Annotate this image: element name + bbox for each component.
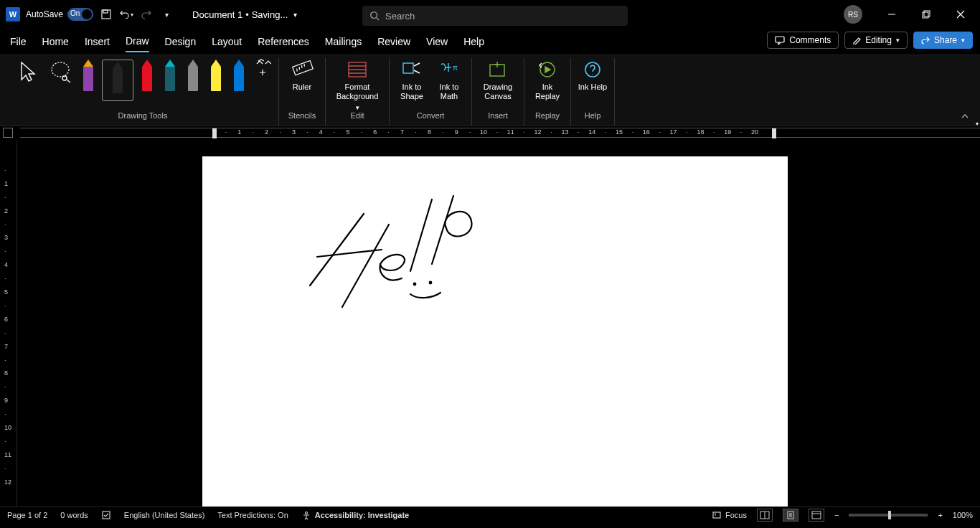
language-indicator[interactable]: English (United States) xyxy=(124,511,205,519)
read-mode-icon[interactable] xyxy=(757,509,773,522)
text-predictions[interactable]: Text Predictions: On xyxy=(217,511,288,519)
collapse-ribbon-icon[interactable] xyxy=(960,111,970,121)
editing-mode-button[interactable]: Editing▾ xyxy=(844,32,908,49)
autosave-label: AutoSave xyxy=(26,9,63,19)
focus-mode[interactable]: Focus xyxy=(712,510,747,520)
web-layout-icon[interactable] xyxy=(809,509,824,522)
svg-text:π: π xyxy=(453,64,458,72)
svg-rect-10 xyxy=(403,63,413,73)
ink-to-math-button[interactable]: π Ink to Math xyxy=(433,58,466,101)
vruler-tick: 5 xyxy=(4,288,8,296)
svg-point-14 xyxy=(585,62,600,77)
ruler-tick: 16 xyxy=(643,128,650,136)
page-indicator[interactable]: Page 1 of 2 xyxy=(7,511,47,519)
tab-references[interactable]: References xyxy=(258,32,309,52)
save-icon[interactable] xyxy=(99,7,113,22)
group-label-stencils: Stencils xyxy=(288,110,316,120)
ribbon: ▾ Drawing Tools Ruler Stencils Format Ba… xyxy=(0,55,980,126)
pen-orange-purple-highlighter[interactable] xyxy=(79,60,98,97)
minimize-button[interactable] xyxy=(875,0,908,29)
zoom-out-button[interactable]: − xyxy=(834,511,839,519)
ink-replay-button[interactable]: Ink Replay xyxy=(530,58,565,101)
redo-icon[interactable] xyxy=(139,7,154,22)
comments-button[interactable]: Comments xyxy=(767,32,839,49)
select-tool[interactable] xyxy=(13,58,42,105)
ink-help-button[interactable]: Ink Help xyxy=(577,58,608,92)
accessibility-check[interactable]: Accessibility: Investigate xyxy=(301,510,409,520)
ruler-tick: 15 xyxy=(616,128,623,136)
pen-blue-pen[interactable] xyxy=(230,60,248,97)
lasso-tool[interactable] xyxy=(46,58,75,105)
tab-home[interactable]: Home xyxy=(42,32,69,52)
ribbon-tabs: File Home Insert Draw Design Layout Refe… xyxy=(0,29,980,55)
vruler-tick: 11 xyxy=(4,451,11,458)
ink-to-shape-button[interactable]: Ink to Shape xyxy=(395,58,428,101)
vruler-tick: 1 xyxy=(4,180,8,187)
drawing-canvas-button[interactable]: Drawing Canvas xyxy=(478,58,518,101)
user-avatar[interactable]: RS xyxy=(844,5,862,24)
horizontal-ruler[interactable]: 1·2·3·4·5·6·7·8·9·10·11·12·13·14·15·16·1… xyxy=(0,126,980,139)
tab-layout[interactable]: Layout xyxy=(212,32,242,52)
group-label-convert: Convert xyxy=(417,110,445,120)
word-count[interactable]: 0 words xyxy=(60,511,88,519)
ruler-tick: 1 xyxy=(237,128,241,136)
zoom-in-button[interactable]: + xyxy=(938,511,942,519)
tab-view[interactable]: View xyxy=(426,32,448,52)
right-margin-marker[interactable] xyxy=(772,128,776,138)
page-viewport[interactable] xyxy=(17,141,980,508)
pen-gray-pencil[interactable] xyxy=(184,60,202,97)
svg-rect-3 xyxy=(924,11,930,16)
left-margin-marker[interactable] xyxy=(212,128,217,138)
pen-teal-pen[interactable] xyxy=(161,60,179,97)
ruler-tick: 5 xyxy=(346,128,349,136)
pen-black-pen[interactable]: ▾ xyxy=(102,60,133,101)
ruler-button[interactable]: Ruler xyxy=(285,58,319,92)
tab-insert[interactable]: Insert xyxy=(85,32,110,52)
document-title[interactable]: Document 1 • Saving... ▾ xyxy=(192,9,297,20)
ruler-tick: 20 xyxy=(751,128,758,136)
autosave-toggle[interactable]: On xyxy=(67,8,93,21)
zoom-level[interactable]: 100% xyxy=(953,511,973,519)
vertical-ruler[interactable]: 1·2·3·4·5·6·7·8·9·10·11·12· xyxy=(0,141,17,508)
document-page[interactable] xyxy=(202,156,788,508)
vruler-tick: 10 xyxy=(4,424,11,431)
search-input[interactable]: Search xyxy=(362,6,628,26)
tab-selector[interactable] xyxy=(3,128,13,138)
add-pen-button[interactable] xyxy=(253,58,273,105)
vruler-tick: 12 xyxy=(4,478,11,486)
svg-point-7 xyxy=(62,76,67,80)
share-button[interactable]: Share▾ xyxy=(913,32,973,49)
tab-help[interactable]: Help xyxy=(463,32,484,52)
ruler-tick: 3 xyxy=(292,128,296,136)
svg-point-6 xyxy=(52,62,69,77)
word-app-icon[interactable]: W xyxy=(6,7,20,22)
ruler-tick: 4 xyxy=(319,128,323,136)
vruler-tick: 4 xyxy=(4,261,8,268)
ruler-tick: 6 xyxy=(373,128,377,136)
ruler-tick: 17 xyxy=(670,128,677,136)
tab-design[interactable]: Design xyxy=(165,32,197,52)
vruler-tick: 8 xyxy=(4,369,8,377)
tab-file[interactable]: File xyxy=(10,32,27,52)
close-button[interactable] xyxy=(944,0,977,29)
group-label-help: Help xyxy=(585,110,601,120)
ink-drawing xyxy=(202,156,788,508)
svg-rect-8 xyxy=(293,61,314,75)
svg-point-15 xyxy=(414,283,416,286)
format-background-button[interactable]: Format Background▾ xyxy=(331,58,383,112)
group-label-insert: Insert xyxy=(488,110,508,120)
undo-icon[interactable]: ▾ xyxy=(119,7,133,22)
status-bar: Page 1 of 2 0 words English (United Stat… xyxy=(0,506,980,522)
pen-yellow-highlighter[interactable] xyxy=(207,60,225,97)
qat-customize-icon[interactable]: ▾ xyxy=(159,7,174,22)
pen-red-pen[interactable] xyxy=(138,60,156,97)
restore-button[interactable] xyxy=(910,0,943,29)
spellcheck-icon[interactable] xyxy=(101,510,111,520)
tab-draw[interactable]: Draw xyxy=(126,31,149,52)
tab-mailings[interactable]: Mailings xyxy=(325,32,362,52)
zoom-slider[interactable] xyxy=(849,514,928,517)
ruler-tick: 9 xyxy=(455,128,458,136)
tab-review[interactable]: Review xyxy=(377,32,410,52)
svg-rect-4 xyxy=(923,12,928,18)
print-layout-icon[interactable] xyxy=(783,509,798,522)
